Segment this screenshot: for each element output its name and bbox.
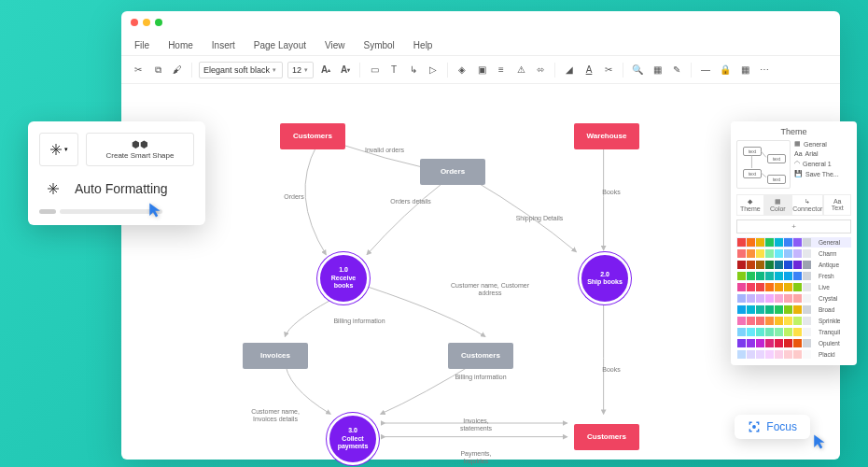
tab-text[interactable]: AaText (823, 194, 851, 216)
more-icon[interactable]: ⋯ (757, 63, 772, 78)
grid-icon[interactable]: ▦ (737, 63, 752, 78)
node-orders[interactable]: Orders (420, 159, 485, 185)
align-icon[interactable]: ≡ (494, 63, 509, 78)
line-icon[interactable]: — (698, 63, 713, 78)
canvas[interactable]: Customers Warehouse Orders 1.0 Receive b… (140, 95, 821, 460)
pointer-icon[interactable]: ▷ (426, 63, 441, 78)
size-icon[interactable]: ⬄ (533, 63, 548, 78)
svg-point-8 (753, 426, 755, 428)
menu-home[interactable]: Home (168, 40, 193, 50)
tab-theme[interactable]: ◆Theme (736, 194, 764, 216)
crop-icon[interactable]: ✂ (601, 63, 616, 78)
cut-icon[interactable]: ✂ (131, 63, 146, 78)
label-books2: Books (583, 366, 639, 374)
theme-panel: Theme text text text text ▦General AaAri… (731, 121, 857, 365)
focus-button[interactable]: Focus (735, 415, 810, 439)
scheme-crystal[interactable]: Crystal (736, 293, 851, 304)
scheme-fresh[interactable]: Fresh (736, 271, 851, 281)
label-ordersdet: Orders details (383, 198, 439, 205)
layers-icon[interactable]: ◈ (455, 63, 469, 78)
warn-icon[interactable]: ⚠ (513, 63, 528, 78)
tab-color[interactable]: ▦Color (764, 194, 792, 216)
menu-file[interactable]: File (134, 40, 149, 50)
label-invstmt: Invoices, statements (448, 417, 504, 432)
scheme-broad[interactable]: Broad (736, 304, 851, 315)
theme-preview: text text text text (736, 140, 791, 189)
search-icon[interactable]: 🔍 (630, 63, 645, 78)
theme-title: Theme (736, 127, 851, 136)
font-decrease-icon[interactable]: A▾ (338, 63, 353, 78)
font-color-icon[interactable]: A (581, 63, 596, 78)
scheme-general[interactable]: General (736, 237, 851, 248)
min-dot[interactable] (143, 19, 150, 26)
label-shipdet: Shipping Details (511, 215, 567, 222)
text-tool-icon[interactable]: T (386, 63, 401, 78)
window-controls (131, 19, 162, 26)
label-billing2: Billing information (453, 374, 509, 381)
tab-connector[interactable]: ↳Connector (791, 194, 823, 216)
theme-opt-font[interactable]: AaArial (794, 150, 851, 157)
auto-formatting-label[interactable]: Auto Formatting (75, 181, 168, 196)
scheme-charm[interactable]: Charm (736, 248, 851, 259)
node-customers-top[interactable]: Customers (280, 123, 345, 149)
max-dot[interactable] (155, 19, 162, 26)
menu-view[interactable]: View (325, 40, 345, 50)
label-books1: Books (583, 189, 639, 196)
auto-format-icon[interactable] (39, 176, 67, 202)
sparkle-button[interactable]: ▾ (39, 133, 78, 166)
scheme-opulent[interactable]: Opulent (736, 338, 851, 348)
menubar: File Home Insert Page Layout View Symbol… (121, 35, 840, 56)
group-icon[interactable]: ▣ (474, 63, 489, 78)
copy-icon[interactable]: ⧉ (150, 63, 165, 78)
scheme-live[interactable]: Live (736, 282, 851, 292)
scheme-antique[interactable]: Antique (736, 260, 851, 270)
cursor-icon (147, 202, 164, 219)
node-collect[interactable]: 3.0 Collect payments (327, 413, 379, 465)
cursor-icon-2 (812, 433, 829, 450)
fill-icon[interactable]: ◢ (562, 63, 577, 78)
close-dot[interactable] (131, 19, 138, 26)
theme-opt-save[interactable]: 💾Save The... (794, 170, 851, 177)
smart-panel: ▾ ⬢⬢ Create Smart Shape Auto Formatting (28, 121, 205, 225)
node-receive[interactable]: 1.0 Receive books (317, 252, 370, 304)
node-customers-mid[interactable]: Customers (448, 343, 513, 369)
node-customers-bot[interactable]: Customers (574, 424, 639, 450)
size-select[interactable]: 12 (287, 62, 314, 78)
node-warehouse[interactable]: Warehouse (574, 123, 639, 149)
theme-opt-general1[interactable]: ◠General 1 (794, 160, 851, 167)
node-ship[interactable]: 2.0 Ship books (579, 252, 631, 304)
lock-icon[interactable]: 🔒 (718, 63, 733, 78)
format-slider[interactable] (39, 209, 194, 214)
label-orders: Orders (266, 193, 322, 201)
connector-icon[interactable]: ↳ (406, 63, 421, 78)
table-icon[interactable]: ▦ (650, 63, 665, 78)
scheme-placid[interactable]: Placid (736, 349, 851, 360)
pen-icon[interactable]: ✎ (669, 63, 684, 78)
toolbar: ✂ ⧉ 🖌 Elegant soft black 12 A▴ A▾ ▭ T ↳ … (121, 56, 840, 84)
font-select[interactable]: Elegant soft black (199, 62, 283, 78)
scheme-tranquil[interactable]: Tranquil (736, 327, 851, 337)
menu-insert[interactable]: Insert (212, 40, 235, 50)
theme-opt-general[interactable]: ▦General (794, 140, 851, 148)
menu-symbol[interactable]: Symbol (364, 40, 395, 50)
font-increase-icon[interactable]: A▴ (318, 63, 333, 78)
menu-pagelayout[interactable]: Page Layout (254, 40, 306, 50)
label-payinq: Payments, Inquiries (448, 450, 504, 464)
shape-tool-icon[interactable]: ▭ (367, 63, 382, 78)
label-billing1: Billing information (331, 318, 387, 325)
node-invoices[interactable]: Invoices (243, 343, 308, 369)
add-scheme-button[interactable]: + (736, 219, 851, 234)
label-invalid: Invalid orders (357, 147, 413, 154)
paintbrush-icon[interactable]: 🖌 (170, 63, 185, 78)
scheme-sprinkle[interactable]: Sprinkle (736, 316, 851, 326)
focus-icon (748, 420, 761, 433)
label-custaddr: Customer name, Customer address (448, 282, 532, 296)
create-smart-shape-button[interactable]: ⬢⬢ Create Smart Shape (86, 133, 194, 166)
label-custinv: Customer name, Invoices details (243, 408, 308, 422)
menu-help[interactable]: Help (413, 40, 433, 50)
